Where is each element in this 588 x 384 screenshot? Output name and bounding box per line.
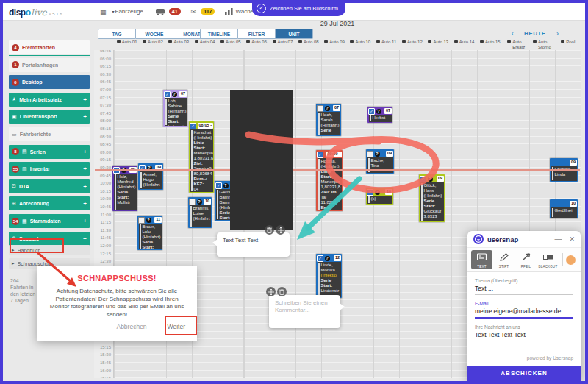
next-day-button[interactable]: › <box>556 29 559 38</box>
event-card-loh-sabine[interactable]: ✓?07Loh,Sabine(Hinfahrt)SerieStart:Loben… <box>163 90 187 127</box>
weiter-button[interactable]: Weiter <box>163 320 190 333</box>
submit-button[interactable]: ABSCHICKEN <box>467 366 581 381</box>
sidebar-item-fremdfahrten[interactable]: 4Fremdfahrten <box>9 40 90 54</box>
expand-toggle-icon[interactable]: − <box>83 79 87 85</box>
expand-toggle-icon[interactable]: + <box>83 218 87 224</box>
trash-icon[interactable] <box>277 287 287 296</box>
event-checkbox[interactable]: ✓ <box>317 152 323 158</box>
usersnap-tool-blackout[interactable]: BLACKOUT <box>537 250 559 269</box>
move-icon[interactable] <box>276 225 285 235</box>
info-icon[interactable] <box>324 40 328 43</box>
event-checkbox[interactable]: ✓ <box>367 189 373 196</box>
info-icon[interactable] <box>350 40 354 43</box>
prev-day-button[interactable]: ‹ <box>512 29 514 38</box>
event-card-herbst[interactable]: ✓?07Herbst <box>368 107 392 123</box>
event-card-hoch-sarah[interactable]: ?07Hoch,Sarah(Hinfahrt)Serie <box>316 104 341 136</box>
annotation-text[interactable]: Text Text Text <box>223 237 284 243</box>
event-card-brahms-luise[interactable]: ?10Brahms,Luise(Hinfahrt <box>188 197 212 228</box>
grid-menu-icon[interactable]: ▦ <box>100 8 107 15</box>
question-status-icon[interactable]: ? <box>146 218 151 223</box>
event-checkbox[interactable] <box>189 199 196 205</box>
comment-placeholder[interactable]: Schreiben Sie einen Kommentar... <box>275 299 334 314</box>
info-icon[interactable] <box>246 40 250 43</box>
info-icon[interactable] <box>480 40 484 43</box>
event-checkbox[interactable] <box>317 105 323 112</box>
usersnap-tool-text[interactable]: TEXT <box>471 250 492 269</box>
expand-toggle-icon[interactable]: + <box>83 149 87 155</box>
question-status-icon[interactable]: ? <box>376 109 381 114</box>
info-icon[interactable] <box>273 40 276 43</box>
mail-icon[interactable]: ✉ <box>191 8 197 15</box>
info-icon[interactable] <box>402 40 406 43</box>
usersnap-tool-stift[interactable]: STIFT <box>493 250 514 269</box>
sidebar-item-fahrberichte[interactable]: ▭Fahrberichte <box>9 127 90 141</box>
info-icon[interactable] <box>195 40 198 43</box>
view-button-tag[interactable]: TAG <box>98 29 136 39</box>
question-status-icon[interactable]: ? <box>223 183 229 188</box>
event-checkbox[interactable] <box>138 217 145 224</box>
question-status-icon[interactable]: ? <box>325 106 330 111</box>
expand-toggle-icon[interactable]: + <box>83 183 87 190</box>
question-status-icon[interactable]: ? <box>375 190 380 195</box>
field-input[interactable]: meine.eigene@mailadresse.de <box>475 307 573 319</box>
sidebar-item-abrechnung[interactable]: ⊞Abrechnung+ <box>9 196 90 210</box>
sidebar-item-linientransport[interactable]: ▣Linientransport+ <box>9 110 90 124</box>
view-button-woche[interactable]: WOCHE <box>136 29 173 39</box>
question-status-icon[interactable]: ? <box>172 92 177 97</box>
sidebar-item-portalanfragen[interactable]: 1Portalanfragen <box>9 58 90 72</box>
cancel-button[interactable]: Abbrechen <box>112 320 151 333</box>
info-icon[interactable] <box>533 40 537 43</box>
event-card-holz-manfred[interactable]: ✓?09Holz,Manfred(Hinfahrt)SerieStart:Mol… <box>112 166 137 211</box>
event-checkbox[interactable] <box>367 151 373 157</box>
mail-count-badge[interactable]: 117 <box>201 8 215 15</box>
event-card-linde-monika[interactable]: ✓?12Linde,Monika(InfektioSerieStart:Lind… <box>316 254 342 298</box>
info-icon[interactable] <box>376 40 380 43</box>
text-annotation-bubble[interactable]: Text Text Text <box>217 232 290 257</box>
trash-icon[interactable] <box>265 225 274 235</box>
view-button-timeline[interactable]: TIMELINE <box>200 29 238 39</box>
event-card-gl-ck-hans[interactable]: ✓?09Glück,Hans(Hinfahrt)SerieStart:Glück… <box>419 174 445 222</box>
fahrzeuge-menu[interactable]: Fahrzeuge <box>115 8 143 15</box>
event-card-kurschat[interactable]: ✓08:05 -Kurschat(Hinfahrt)LinieStart:Mar… <box>189 121 214 193</box>
usersnap-tool-pfeil[interactable]: PFEIL <box>515 250 537 269</box>
field-input[interactable]: Text Text Text Text <box>475 331 573 341</box>
info-icon[interactable] <box>561 40 564 43</box>
sidebar-item-handbuch[interactable]: ▸Handbuch <box>9 245 90 255</box>
event-card-braun-lulu[interactable]: ?11Braun,Lulu(Hinfahrt)SerieStart: <box>137 216 162 250</box>
event-card--k-[interactable]: ✓?10(k) <box>366 188 393 205</box>
question-status-icon[interactable]: ? <box>197 199 202 205</box>
usersnap-draw-pill[interactable]: ✓ Zeichnen Sie am Bildschirm <box>252 0 345 16</box>
vehicle-count-badge[interactable]: 41 <box>169 8 181 15</box>
sidebar-item-inventar[interactable]: 55▥Inventar+ <box>9 162 90 176</box>
expand-toggle-icon[interactable]: − <box>83 235 87 242</box>
wache-menu[interactable]: Wache <box>235 8 254 15</box>
close-icon[interactable]: ✕ <box>569 235 575 243</box>
sidebar-item-dta[interactable]: ⊡DTA+ <box>9 179 90 193</box>
move-icon[interactable] <box>266 287 276 296</box>
event-checkbox[interactable]: ✓ <box>215 182 222 189</box>
bus-icon[interactable] <box>155 8 165 15</box>
color-picker-swatch[interactable] <box>566 255 576 265</box>
event-checkbox[interactable]: ✓ <box>420 176 426 182</box>
event-card-hoppla[interactable]: ✓09:00 -Hoppla,(Hinfahrt)LinieStart:Mari… <box>316 150 343 211</box>
sidebar-item-support[interactable]: ⊕Support− <box>9 232 90 246</box>
sidebar-item-serien[interactable]: 8▤Serien+ <box>9 145 90 159</box>
field-input[interactable]: Text ... <box>475 285 573 295</box>
event-card-ger-llhei[interactable]: 10Geröllhei <box>550 199 578 218</box>
event-checkbox[interactable]: ✓ <box>164 91 171 98</box>
sidebar-item-stammdaten[interactable]: 54▦Stammdaten+ <box>9 214 90 228</box>
event-checkbox[interactable]: ✓ <box>190 123 196 129</box>
minimize-button[interactable]: — <box>554 237 562 241</box>
expand-toggle-icon[interactable]: + <box>83 200 87 207</box>
expand-toggle-icon[interactable]: + <box>83 113 87 120</box>
question-status-icon[interactable]: ? <box>325 256 330 261</box>
event-checkbox[interactable]: ✓ <box>368 108 375 115</box>
info-icon[interactable] <box>117 40 121 43</box>
info-icon[interactable] <box>220 40 224 43</box>
info-icon[interactable] <box>168 40 172 43</box>
question-status-icon[interactable]: ? <box>428 177 433 182</box>
info-icon[interactable] <box>428 40 431 43</box>
expand-toggle-icon[interactable]: + <box>83 166 87 172</box>
event-checkbox[interactable]: ✓ <box>317 255 323 262</box>
today-button[interactable]: HEUTE <box>524 30 546 37</box>
